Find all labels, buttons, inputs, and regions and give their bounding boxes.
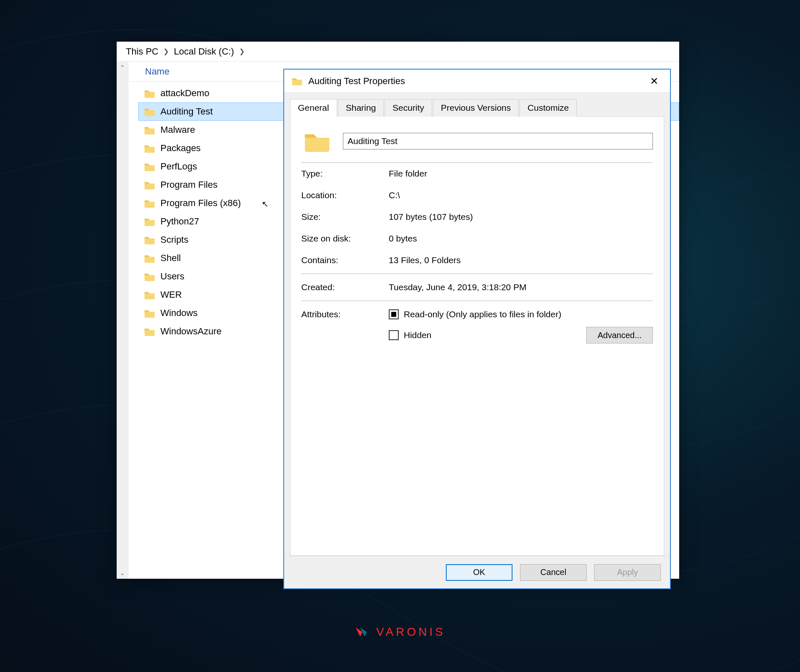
dialog-tabs: GeneralSharingSecurityPrevious VersionsC… <box>290 99 664 116</box>
folder-icon <box>144 217 155 226</box>
folder-icon <box>144 125 155 134</box>
readonly-checkbox[interactable] <box>389 309 399 319</box>
folder-icon <box>144 235 155 244</box>
folder-icon <box>144 162 155 171</box>
folder-name-input[interactable] <box>343 133 653 149</box>
tab-previous-versions[interactable]: Previous Versions <box>433 99 519 117</box>
varonis-brand: VARONIS <box>355 625 445 639</box>
hidden-checkbox[interactable] <box>389 330 399 340</box>
file-name: Windows <box>160 308 198 319</box>
type-value: File folder <box>389 169 427 179</box>
sizeondisk-label: Size on disk: <box>301 234 389 244</box>
scroll-down-arrow-icon[interactable]: ⌄ <box>120 570 125 576</box>
file-name: attackDemo <box>160 88 209 99</box>
size-value: 107 bytes (107 bytes) <box>389 212 473 222</box>
tab-customize[interactable]: Customize <box>520 99 577 117</box>
dialog-title: Auditing Test Properties <box>308 76 405 87</box>
hidden-label: Hidden <box>404 330 432 340</box>
dialog-footer: OK Cancel Apply <box>284 556 670 588</box>
file-name: Malware <box>160 124 195 135</box>
ok-button[interactable]: OK <box>446 564 512 581</box>
file-name: Scripts <box>160 234 188 245</box>
file-name: Packages <box>160 143 201 154</box>
folder-icon <box>144 180 155 189</box>
general-tab-panel: Type:File folder Location:C:\ Size:107 b… <box>290 116 664 556</box>
file-name: WER <box>160 289 182 300</box>
location-label: Location: <box>301 190 389 200</box>
size-label: Size: <box>301 212 389 222</box>
apply-button[interactable]: Apply <box>594 564 661 581</box>
location-value: C:\ <box>389 190 400 200</box>
folder-icon <box>144 290 155 299</box>
file-name: Auditing Test <box>160 106 213 117</box>
varonis-logo-icon <box>355 626 371 638</box>
file-name: Program Files (x86) <box>160 198 241 209</box>
chevron-right-icon: ❯ <box>163 47 169 55</box>
breadcrumb-drive[interactable]: Local Disk (C:) <box>171 45 236 59</box>
folder-icon <box>144 254 155 263</box>
folder-icon <box>144 107 155 116</box>
type-label: Type: <box>301 169 389 179</box>
scroll-up-arrow-icon[interactable]: ⌃ <box>120 64 125 71</box>
folder-icon <box>292 77 302 86</box>
contains-label: Contains: <box>301 255 389 265</box>
tab-sharing[interactable]: Sharing <box>338 99 384 117</box>
folder-icon-large <box>304 130 330 152</box>
folder-icon <box>144 89 155 98</box>
breadcrumb[interactable]: This PC ❯ Local Disk (C:) ❯ <box>117 42 679 62</box>
cancel-button[interactable]: Cancel <box>520 564 587 581</box>
breadcrumb-root[interactable]: This PC <box>123 45 161 59</box>
varonis-brand-text: VARONIS <box>376 625 445 639</box>
file-name: Program Files <box>160 179 218 190</box>
dialog-titlebar[interactable]: Auditing Test Properties ✕ <box>284 70 670 93</box>
properties-dialog: Auditing Test Properties ✕ GeneralSharin… <box>283 69 671 589</box>
contains-value: 13 Files, 0 Folders <box>389 255 461 265</box>
folder-icon <box>144 144 155 153</box>
attributes-label: Attributes: <box>301 309 389 343</box>
folder-icon <box>144 327 155 336</box>
close-button[interactable]: ✕ <box>646 73 662 90</box>
folder-icon <box>144 199 155 208</box>
sizeondisk-value: 0 bytes <box>389 234 417 244</box>
folder-icon <box>144 309 155 318</box>
chevron-right-icon: ❯ <box>239 47 245 55</box>
advanced-button[interactable]: Advanced... <box>586 327 653 343</box>
vertical-scrollbar[interactable]: ⌃ ⌄ <box>117 62 128 579</box>
tab-security[interactable]: Security <box>385 99 432 117</box>
folder-icon <box>144 272 155 281</box>
created-value: Tuesday, June 4, 2019, 3:18:20 PM <box>389 282 526 292</box>
column-header-label: Name <box>145 66 170 77</box>
file-name: Shell <box>160 253 181 264</box>
readonly-label: Read-only (Only applies to files in fold… <box>404 309 561 319</box>
file-name: PerfLogs <box>160 161 197 172</box>
file-name: Python27 <box>160 216 199 227</box>
file-name: WindowsAzure <box>160 326 222 337</box>
tab-general[interactable]: General <box>290 99 337 117</box>
file-name: Users <box>160 271 184 282</box>
created-label: Created: <box>301 282 389 292</box>
